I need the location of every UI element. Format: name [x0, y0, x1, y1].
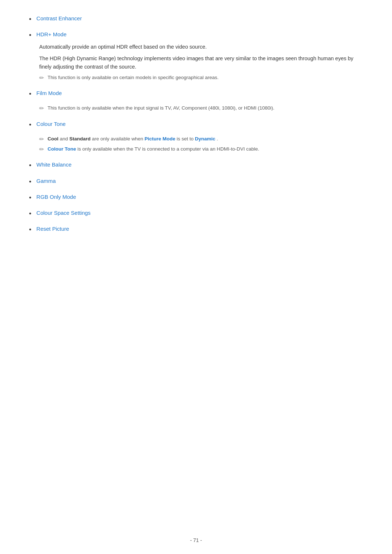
film-note-text-1: This function is only available when the… — [48, 104, 274, 112]
list-item-hdr-plus-mode: • HDR+ Mode Automatically provide an opt… — [29, 30, 363, 83]
bullet-dot: • — [29, 193, 31, 202]
pencil-icon: ✏ — [39, 146, 44, 153]
link-reset-picture[interactable]: Reset Picture — [36, 225, 69, 233]
bullet-dot: • — [29, 209, 31, 218]
dynamic-link[interactable]: Dynamic — [195, 136, 215, 141]
colour-tone-note-2: ✏ Colour Tone is only available when the… — [39, 145, 363, 153]
colour-tone-suffix: is only available when the TV is connect… — [77, 146, 259, 152]
link-hdr-plus-mode[interactable]: HDR+ Mode — [36, 30, 66, 39]
standard-link[interactable]: Standard — [69, 136, 91, 141]
page-container: • Contrast Enhancer • HDR+ Mode Automati… — [0, 0, 392, 270]
cool-link[interactable]: Cool — [48, 136, 58, 141]
link-rgb-only-mode[interactable]: RGB Only Mode — [36, 193, 76, 201]
pencil-icon: ✏ — [39, 136, 44, 143]
colour-tone-note-text-1: Cool and Standard are only available whe… — [48, 135, 218, 143]
avail-text: are only available when — [92, 136, 144, 141]
link-film-mode[interactable]: Film Mode — [36, 89, 62, 98]
bullet-dot: • — [29, 90, 31, 99]
link-colour-tone[interactable]: Colour Tone — [36, 120, 66, 128]
colour-tone-note-text-2: Colour Tone is only available when the T… — [48, 145, 259, 153]
hdr-note-1: ✏ This function is only available on cer… — [39, 74, 363, 81]
film-description-block: ✏ This function is only available when t… — [39, 102, 363, 113]
link-contrast-enhancer[interactable]: Contrast Enhancer — [36, 15, 82, 23]
list-item-gamma: • Gamma — [29, 177, 363, 186]
colour-tone-link[interactable]: Colour Tone — [48, 146, 76, 152]
pencil-icon: ✏ — [39, 105, 44, 112]
film-note-1: ✏ This function is only available when t… — [39, 104, 363, 112]
page-number: - 71 - — [190, 537, 202, 543]
bullet-dot: • — [29, 225, 31, 234]
main-list: • Contrast Enhancer • HDR+ Mode Automati… — [29, 15, 363, 234]
link-colour-space-settings[interactable]: Colour Space Settings — [36, 209, 90, 217]
picture-mode-link[interactable]: Picture Mode — [144, 136, 175, 141]
bullet-dot: • — [29, 177, 31, 186]
pencil-icon: ✏ — [39, 74, 44, 81]
list-item-colour-tone: • Colour Tone ✏ Cool and Standard are on… — [29, 120, 363, 155]
link-white-balance[interactable]: White Balance — [36, 161, 72, 169]
period-1: . — [217, 136, 218, 141]
page-footer: - 71 - — [0, 537, 392, 543]
colour-tone-note-1: ✏ Cool and Standard are only available w… — [39, 135, 363, 143]
list-item-contrast-enhancer: • Contrast Enhancer — [29, 15, 363, 24]
hdr-desc-2: The HDR (High Dynamic Range) technology … — [39, 54, 363, 71]
hdr-note-text-1: This function is only available on certa… — [48, 74, 219, 81]
bullet-dot: • — [29, 31, 31, 40]
set-to-text: is set to — [177, 136, 195, 141]
list-item-white-balance: • White Balance — [29, 161, 363, 170]
list-item-reset-picture: • Reset Picture — [29, 225, 363, 234]
hdr-description-block: Automatically provide an optimal HDR eff… — [39, 43, 363, 83]
colour-tone-description-block: ✏ Cool and Standard are only available w… — [39, 132, 363, 155]
list-item-rgb-only-mode: • RGB Only Mode — [29, 193, 363, 202]
and-text: and — [60, 136, 69, 141]
bullet-dot: • — [29, 161, 31, 170]
list-item-colour-space-settings: • Colour Space Settings — [29, 209, 363, 218]
hdr-desc-1: Automatically provide an optimal HDR eff… — [39, 43, 363, 51]
link-gamma[interactable]: Gamma — [36, 177, 56, 185]
bullet-dot: • — [29, 15, 31, 24]
bullet-dot: • — [29, 120, 31, 130]
list-item-film-mode: • Film Mode ✏ This function is only avai… — [29, 89, 363, 113]
